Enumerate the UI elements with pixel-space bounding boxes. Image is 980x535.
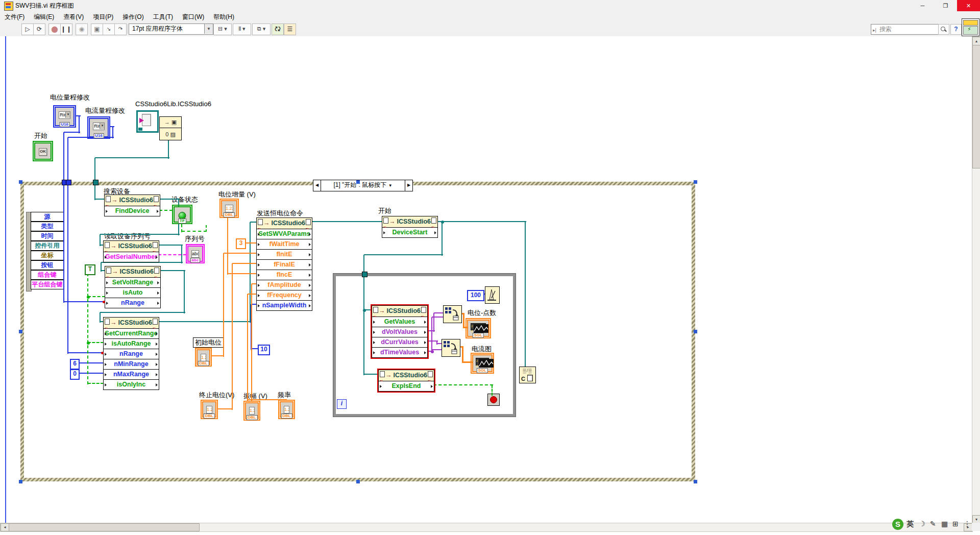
- terminal-dbl_init[interactable]: 1.23DBL: [195, 348, 212, 367]
- wire[interactable]: [88, 296, 105, 297]
- wire[interactable]: [158, 321, 251, 322]
- wire[interactable]: [364, 254, 443, 255]
- param-fIncE[interactable]: fIncE: [257, 270, 312, 280]
- ime-icon-4[interactable]: ⋮: [964, 520, 971, 528]
- method-name[interactable]: GetValues: [372, 317, 427, 327]
- terminal-dbl_inc[interactable]: 1.23DBL: [219, 199, 239, 218]
- event-prev-icon[interactable]: ◀: [313, 180, 321, 191]
- wire[interactable]: [206, 225, 207, 232]
- wire[interactable]: [433, 313, 434, 332]
- selection-handle[interactable]: [356, 480, 360, 483]
- label-okbtn[interactable]: 开始: [34, 131, 47, 140]
- label-serial[interactable]: 读取设备序列号: [104, 232, 151, 241]
- invoke-node-DeviceStart[interactable]: →ICSStudio6DeviceStart: [382, 216, 438, 238]
- label-swva[interactable]: 发送恒电位命令: [257, 209, 303, 218]
- event-data-item[interactable]: 组合键: [31, 270, 64, 280]
- wire[interactable]: [433, 384, 493, 385]
- wire[interactable]: [364, 374, 379, 375]
- wire[interactable]: [79, 116, 80, 133]
- param-fAmplitude[interactable]: fAmplitude: [257, 280, 312, 290]
- horizontal-scroll-thumb[interactable]: [9, 523, 200, 531]
- menu-item-2[interactable]: 查看(V): [59, 11, 88, 22]
- wire[interactable]: [218, 408, 233, 409]
- ime-icon-2[interactable]: ▦: [941, 520, 948, 528]
- wire[interactable]: [63, 132, 64, 303]
- close-button[interactable]: ✕: [957, 0, 980, 11]
- constant-c6[interactable]: 6: [70, 359, 80, 370]
- wire[interactable]: [432, 317, 444, 318]
- event-next-icon[interactable]: ▶: [405, 180, 413, 191]
- wire[interactable]: [248, 294, 257, 295]
- loop-iteration-terminal[interactable]: i: [337, 399, 347, 409]
- distribute-objects-dropdown[interactable]: ⫴ ▾: [233, 23, 251, 35]
- wire[interactable]: [182, 231, 207, 232]
- wire[interactable]: [437, 221, 526, 222]
- search-input[interactable]: 搜索: [871, 24, 944, 35]
- wire[interactable]: [492, 385, 493, 396]
- retain-wire-values-icon[interactable]: ▣: [91, 23, 103, 35]
- param-nSampleWidth[interactable]: nSampleWidth: [257, 301, 312, 310]
- label-ring2[interactable]: 电流量程修改: [85, 106, 125, 115]
- wire[interactable]: [184, 271, 185, 313]
- selection-handle[interactable]: [19, 330, 22, 333]
- wire[interactable]: [311, 221, 382, 222]
- param-nMaxRange[interactable]: nMaxRange: [104, 370, 159, 380]
- menu-item-5[interactable]: 工具(T): [149, 11, 178, 22]
- convert-to-dynamic-data-icon[interactable]: [442, 339, 460, 357]
- wire[interactable]: [88, 383, 104, 384]
- terminal-dbl_amp[interactable]: 1.23DBL: [243, 401, 260, 421]
- terminal-dbl_final[interactable]: 1.23DBL: [201, 400, 218, 419]
- selection-handle[interactable]: [19, 480, 22, 483]
- method-name[interactable]: SetSWVAParams: [257, 229, 312, 239]
- loop-condition-terminal[interactable]: [487, 394, 500, 406]
- cleanup-diagram-icon[interactable]: 🗘: [272, 23, 284, 35]
- invoke-node-SetVoltRange[interactable]: →ICSStudio6SetVoltRangeisAutonRange: [105, 266, 161, 308]
- ime-language-indicator[interactable]: 英: [906, 520, 914, 529]
- label-ring1[interactable]: 电位量程修改: [50, 93, 90, 102]
- param-fFinalE[interactable]: fFinalE: [257, 260, 312, 270]
- chevron-down-icon[interactable]: ▼: [388, 183, 393, 188]
- menu-item-7[interactable]: 帮助(H): [209, 11, 239, 22]
- wire[interactable]: [228, 273, 257, 274]
- menu-item-6[interactable]: 窗口(W): [178, 11, 209, 22]
- menu-item-4[interactable]: 操作(O): [118, 11, 148, 22]
- wire[interactable]: [158, 245, 183, 246]
- param-isOnlyInc[interactable]: isOnlyInc: [104, 380, 159, 390]
- wire-tunnel[interactable]: [66, 180, 71, 185]
- invoke-node-GetValues[interactable]: →ICSStudio6GetValuesdVoltValuesdCurrValu…: [372, 305, 428, 358]
- wire[interactable]: [100, 312, 185, 313]
- invoke-node-GetSerialNumber[interactable]: →ICSStudio6GetSerialNumber: [103, 240, 159, 262]
- minimize-button[interactable]: ─: [911, 0, 934, 11]
- label-dbl_final[interactable]: 终止电位(V): [199, 391, 234, 400]
- menu-item-0[interactable]: 文件(F): [0, 11, 29, 22]
- wire[interactable]: [68, 352, 104, 353]
- wire-tunnel[interactable]: [93, 180, 99, 185]
- event-data-item[interactable]: 平台组合键: [31, 280, 64, 289]
- class-constant[interactable]: [136, 110, 159, 133]
- label-graph1[interactable]: 电位-点数: [468, 308, 496, 318]
- param-fWaitTime[interactable]: fWaitTime: [257, 239, 312, 250]
- menu-item-1[interactable]: 编辑(E): [29, 11, 59, 22]
- terminal-graph1[interactable]: 20SGL: [465, 318, 491, 338]
- method-name[interactable]: DeviceStart: [382, 228, 437, 237]
- terminal-value[interactable]: 1.23: [201, 354, 206, 361]
- wire[interactable]: [88, 342, 104, 343]
- constant-c10[interactable]: 10: [258, 345, 270, 355]
- pause-icon[interactable]: ❙❙: [60, 23, 72, 35]
- wire[interactable]: [159, 199, 180, 200]
- param-isAutoRange[interactable]: isAutoRange: [104, 339, 159, 349]
- wire[interactable]: [525, 222, 526, 367]
- ring-value[interactable]: Ring▼: [59, 111, 70, 119]
- step-over-icon[interactable]: ↷: [114, 23, 127, 35]
- event-data-item[interactable]: 时间: [31, 231, 64, 241]
- wait-ms-icon[interactable]: [485, 286, 500, 304]
- ring-value[interactable]: Ring▼: [93, 123, 105, 130]
- param-isAuto[interactable]: isAuto: [105, 288, 160, 298]
- wire[interactable]: [224, 253, 257, 254]
- constant-c100[interactable]: 100: [467, 290, 484, 301]
- wire[interactable]: [227, 218, 228, 275]
- terminal-graph2[interactable]: 20SGL: [471, 353, 494, 374]
- terminal-okbtn[interactable]: OK: [33, 141, 53, 161]
- wire[interactable]: [232, 263, 257, 264]
- menu-item-3[interactable]: 项目(P): [88, 11, 118, 22]
